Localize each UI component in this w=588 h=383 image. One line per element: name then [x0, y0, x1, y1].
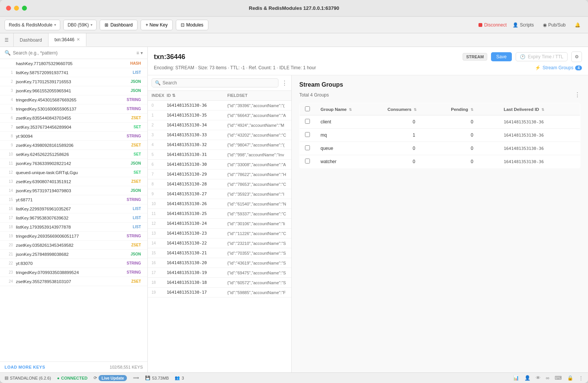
list-item[interactable]: 3 jsonKey.9661552055965941 JSON	[0, 86, 147, 95]
table-row[interactable]: 13 1641481353130-23 {"id":"11226","accou…	[148, 229, 291, 238]
maximize-button[interactable]	[22, 6, 27, 11]
list-item[interactable]: 8 yt:90094 STRING	[0, 132, 147, 141]
table-row[interactable]: 6 1641481353130-30 {"id":"33008","accoun…	[148, 160, 291, 170]
table-row[interactable]: 16 1641481353130-20 {"id":"43619","accou…	[148, 258, 291, 268]
tab-dashboard[interactable]: Dashboard	[14, 33, 48, 47]
list-item[interactable]: 24 zsetKey.3552789538103107 ZSET	[0, 277, 147, 286]
list-item[interactable]: 10 setKey.6245262251258626 SET	[0, 150, 147, 159]
table-row[interactable]: 4 1641481353130-32 {"id":"98047","accoun…	[148, 140, 291, 150]
table-row[interactable]: 0 1641481353130-36 {"id":"39396","accoun…	[148, 101, 291, 111]
table-row[interactable]: 2 1641481353130-34 {"id":"4924","account…	[148, 120, 291, 130]
row-index: 11	[152, 212, 167, 216]
table-row[interactable]: 18 1641481353130-18 {"id":"60572","accou…	[148, 278, 291, 288]
pubsub-button[interactable]: ◉ Pub/Sub	[540, 22, 569, 28]
col-id: ID ⇅	[167, 93, 227, 98]
list-item[interactable]: 21 jsonKey.257848998038682 JSON	[0, 250, 147, 259]
minimize-button[interactable]	[14, 6, 19, 11]
chevron-down-icon: ▾	[54, 23, 56, 27]
list-item[interactable]: 4 tringedKey.4543015687669265 STRING	[0, 95, 147, 104]
connection-selector[interactable]: Redis & RedisModule ▾	[5, 20, 60, 30]
tab-txn36446[interactable]: txn:36446 ✕	[48, 33, 87, 47]
list-item[interactable]: 18 listKey.17939539143977878 LIST	[0, 223, 147, 232]
list-item[interactable]: 13 zsetKey.6390807401351912 ZSET	[0, 177, 147, 186]
stream-search-input[interactable]	[163, 80, 275, 86]
key-index: 8	[6, 134, 13, 138]
list-item[interactable]: 20 zsetKey.03582613453459582 ZSET	[0, 241, 147, 250]
list-item[interactable]: 1 listKey.5875720991937741 LIST	[0, 68, 147, 77]
table-row[interactable]: queue 0 0 1641481353130-36	[300, 142, 580, 155]
disconnect-button[interactable]: Disconnect	[479, 22, 507, 28]
table-row[interactable]: 8 1641481353130-28 {"id":"78653","accoun…	[148, 179, 291, 189]
list-item[interactable]: 5 tringedKey.5301600655905137 STRING	[0, 104, 147, 114]
statusbar: ▤ STANDALONE (6.2.6) ● CONNECTED ⟳ Live …	[0, 372, 588, 383]
table-row[interactable]: 9 1641481353130-27 {"id":"35923","accoun…	[148, 189, 291, 199]
more-options-button[interactable]: ⋮	[281, 79, 288, 87]
list-item[interactable]: 23 tringedKey.07099335038899524 STRING	[0, 268, 147, 277]
settings-button[interactable]: 🔔	[572, 22, 583, 28]
list-item[interactable]: 22 yt:83070 STRING	[0, 259, 147, 268]
modules-button[interactable]: ⊡ Modules	[176, 20, 208, 30]
save-button[interactable]: Save	[491, 52, 512, 61]
row-select-checkbox[interactable]	[305, 132, 310, 137]
status-memory: 💾 53.73MB	[145, 375, 169, 380]
dashboard-button[interactable]: ⊞ Dashboard	[100, 20, 138, 30]
new-key-button[interactable]: + New Key	[141, 20, 172, 30]
tab-txn36446-label: txn:36446	[55, 37, 75, 42]
table-row[interactable]: mq 1 0 1641481353130-36	[300, 129, 580, 142]
link-icon[interactable]: ∞	[546, 375, 549, 381]
table-row[interactable]: 19 1641481353130-17 {"id":"59885","accou…	[148, 288, 291, 297]
list-item[interactable]: 2 jsonKey.7170125391716553 JSON	[0, 77, 147, 86]
table-row[interactable]: 12 1641481353130-24 {"id":"30106","accou…	[148, 219, 291, 229]
table-row[interactable]: 5 1641481353130-31 {"id":"998","accountN…	[148, 150, 291, 160]
table-row[interactable]: 11 1641481353130-25 {"id":"59337","accou…	[148, 209, 291, 219]
row-id: 1641481353130-28	[167, 182, 227, 187]
list-item[interactable]: 12 queued-unique-task:GRTqLGgu SET	[0, 168, 147, 177]
db-selector[interactable]: DB0 (59K) ▾	[63, 20, 97, 30]
row-select-checkbox[interactable]	[305, 145, 310, 150]
table-row[interactable]: 14 1641481353130-22 {"id":"23210","accou…	[148, 238, 291, 248]
table-row[interactable]: 10 1641481353130-26 {"id":"61540","accou…	[148, 199, 291, 209]
table-row[interactable]: client 0 0 1641481353130-36	[300, 115, 580, 129]
lock-icon[interactable]: 🔒	[567, 375, 573, 381]
list-item[interactable]: 19 tringedKey.26935669006051177 STRING	[0, 232, 147, 241]
expiry-input[interactable]: 🕐 Expiry Time / TTL	[516, 52, 568, 61]
row-fieldset: {"id":"11226","accountName":"C	[227, 231, 288, 236]
chart-icon[interactable]: 📊	[513, 375, 519, 381]
list-item[interactable]: 7 setKey.35376734456289904 SET	[0, 123, 147, 132]
sidebar-filter-button[interactable]: ≡ ▾	[136, 50, 143, 56]
list-item[interactable]: 14 jsonKey.9573197194079803 JSON	[0, 186, 147, 195]
list-item[interactable]: 11 jsonKey.7636339902822142 JSON	[0, 159, 147, 168]
table-row[interactable]: 3 1641481353130-33 {"id":"43202","accoun…	[148, 130, 291, 140]
more-icon[interactable]: ⋮	[579, 375, 583, 381]
list-item[interactable]: 6 zsetKey.8355440843703455 ZSET	[0, 114, 147, 123]
select-all-checkbox[interactable]	[305, 106, 310, 111]
load-more-button[interactable]: LOAD MORE KEYS	[5, 365, 45, 369]
live-update-badge[interactable]: Live Update	[99, 375, 127, 381]
groups-more-button[interactable]: ⋮	[574, 91, 580, 98]
gear-button[interactable]: ⚙	[571, 51, 582, 62]
table-row[interactable]: 15 1641481353130-21 {"id":"70355","accou…	[148, 248, 291, 258]
row-fieldset: {"id":"43202","accountName":"C	[227, 133, 288, 137]
terminal-icon[interactable]: ⌨	[555, 375, 562, 381]
stream-groups-link[interactable]: ⚡ Stream Groups 4	[535, 65, 582, 70]
table-row[interactable]: 7 1641481353130-29 {"id":"78622","accoun…	[148, 170, 291, 179]
user-icon[interactable]: 👤	[524, 375, 530, 381]
tab-close-icon[interactable]: ✕	[77, 37, 80, 42]
list-item[interactable]: 15 yt:68771 STRING	[0, 195, 147, 204]
search-input[interactable]	[13, 50, 134, 56]
table-row[interactable]: 17 1641481353130-19 {"id":"69475","accou…	[148, 268, 291, 278]
row-index: 5	[152, 153, 167, 157]
table-row[interactable]: 1 1641481353130-35 {"id":"66643","accoun…	[148, 111, 291, 120]
eye-icon[interactable]: 👁	[536, 375, 541, 381]
filter-button[interactable]: ☰	[0, 33, 14, 47]
table-row[interactable]: watcher 0 0 1641481353130-36	[300, 155, 580, 168]
list-item[interactable]: hashKey.7718075329660705 HASH	[0, 59, 147, 68]
list-item[interactable]: 17 listKey.9679538307639632 LIST	[0, 213, 147, 223]
close-button[interactable]	[6, 6, 11, 11]
row-select-checkbox[interactable]	[305, 159, 310, 163]
scripts-button[interactable]: 👤 Scripts	[510, 22, 537, 28]
row-fieldset: {"id":"69475","accountName":"S	[227, 271, 288, 275]
row-select-checkbox[interactable]	[305, 119, 310, 124]
list-item[interactable]: 9 zsetKey.43980928161589206 ZSET	[0, 141, 147, 150]
list-item[interactable]: 16 listKey.22993976961035267 LIST	[0, 204, 147, 213]
